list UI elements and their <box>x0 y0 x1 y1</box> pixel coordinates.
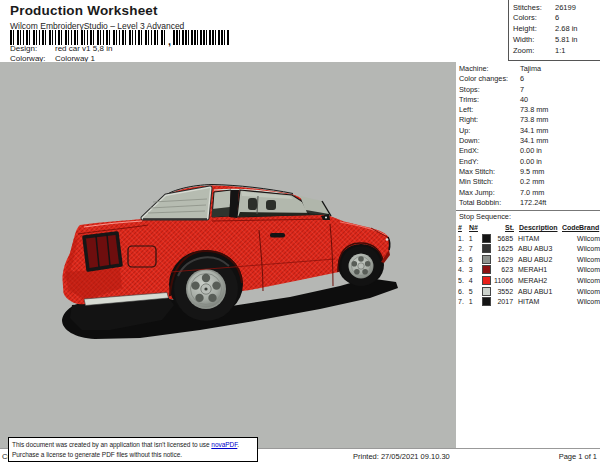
machine-info-value: 0.00 in <box>520 146 542 156</box>
machine-info-label: Down: <box>459 136 520 146</box>
design-label: Design: <box>10 44 55 53</box>
production-worksheet-page: Production Worksheet Wilcom EmbroiderySt… <box>0 0 600 464</box>
thread-color-swatch <box>482 244 491 253</box>
column-header: N# <box>469 224 482 231</box>
stat-value: 5.81 in <box>555 35 578 44</box>
machine-info-row: EndY:0.00 in <box>456 157 600 167</box>
machine-info-label: Machine: <box>459 64 520 74</box>
thread-color-swatch <box>482 297 491 306</box>
machine-info-row: Color changes:6 <box>456 74 600 84</box>
machine-info-value: 9.5 mm <box>520 167 544 177</box>
stat-label: Colors: <box>513 13 555 22</box>
design-barcode: , <box>10 30 229 45</box>
stat-label: Height: <box>513 24 555 33</box>
barcode-segment-icon <box>173 30 229 45</box>
stat-label: Zoom: <box>513 46 555 55</box>
stat-row: Width: 5.81 in <box>513 35 600 46</box>
machine-info-label: EndY: <box>459 157 520 167</box>
machine-info-row: Trims:40 <box>456 95 600 105</box>
machine-info-label: Color changes: <box>459 74 520 84</box>
machine-info-row: EndX:0.00 in <box>456 146 600 156</box>
machine-info-row: Machine:Tajima <box>456 64 600 74</box>
machine-info-row: Max Jump:7.0 mm <box>456 188 600 198</box>
thread-color-swatch <box>482 265 491 274</box>
machine-info-label: Max Stitch: <box>459 167 520 177</box>
machine-info-value: 73.8 mm <box>520 115 548 125</box>
stop-sequence-row: 2.71625ABU ABU3Wilcom <box>456 243 600 254</box>
machine-info-value: 6 <box>520 74 524 84</box>
machine-info-row: Total Bobbin:172.24ft <box>456 198 600 208</box>
column-header: Code <box>560 224 577 231</box>
machine-info-label: Total Bobbin: <box>459 198 520 208</box>
quarter-window <box>212 190 231 217</box>
stop-sequence-row: 7.12017HITAMWilcom <box>456 296 600 307</box>
machine-info-value: 34.1 mm <box>520 136 548 146</box>
stat-value: 6 <box>555 13 559 22</box>
stop-sequence-table: # N# St. Description Code Brand 1.15685H… <box>456 222 600 307</box>
novapdf-link[interactable]: novaPDF <box>211 441 237 448</box>
thread-color-swatch <box>482 276 491 285</box>
machine-info-label: Trims: <box>459 95 520 105</box>
column-header: St. <box>494 224 514 231</box>
page-title: Production Worksheet <box>10 3 158 18</box>
stat-row: Zoom: 1:1 <box>513 46 600 57</box>
page-count: Page 1 of 1 <box>559 452 597 461</box>
taillight <box>84 233 121 270</box>
design-value: red car v1 5,8 in <box>55 44 112 53</box>
design-canvas <box>0 62 456 448</box>
column-header: # <box>458 224 469 231</box>
door-handle <box>270 233 285 238</box>
rear-wheel <box>174 257 238 321</box>
machine-info-value: Tajima <box>520 64 541 74</box>
thread-color-swatch <box>482 287 491 296</box>
machine-info-label: Min Stitch: <box>459 177 520 187</box>
stop-sequence-row: 3.61629ABU ABU2Wilcom <box>456 254 600 265</box>
stat-row: Height: 2.68 in <box>513 24 600 35</box>
machine-info-label: EndX: <box>459 146 520 156</box>
stat-value: 2.68 in <box>555 24 578 33</box>
stat-row: Colors: 6 <box>513 13 600 24</box>
machine-info-label: Left: <box>459 105 520 115</box>
machine-info-label: Right: <box>459 115 520 125</box>
machine-info-label: Max Jump: <box>459 188 520 198</box>
machine-info-row: Down:34.1 mm <box>456 136 600 146</box>
stop-sequence-row: 4.3623MERAH1Wilcom <box>456 265 600 276</box>
stat-value: 1:1 <box>555 46 565 55</box>
stop-sequence-header: # N# St. Description Code Brand <box>456 222 600 233</box>
novapdf-notice: This document was created by an applicat… <box>8 437 258 462</box>
thread-color-swatch <box>482 255 491 264</box>
machine-info-row: Max Stitch:9.5 mm <box>456 167 600 177</box>
stop-sequence-row: 6.53552ABU ABU1Wilcom <box>456 286 600 297</box>
stat-label: Stitches: <box>513 3 555 12</box>
stat-value: 26199 <box>555 3 576 12</box>
printed-timestamp: Printed: 27/05/2021 09.10.30 <box>353 452 450 461</box>
barcode-segment-icon <box>10 30 166 45</box>
machine-info-value: 172.24ft <box>520 198 546 208</box>
thread-color-swatch <box>482 234 491 243</box>
machine-info-value: 40 <box>520 95 528 105</box>
machine-info-value: 0.2 mm <box>520 177 544 187</box>
machine-info-row: Min Stitch:0.2 mm <box>456 177 600 187</box>
machine-info-value: 73.8 mm <box>520 105 548 115</box>
machine-info-row: Right:73.8 mm <box>456 115 600 125</box>
machine-info-row: Stops:7 <box>456 85 600 95</box>
notice-line-1: This document was created by an applicat… <box>12 440 254 450</box>
machine-info-value: 7 <box>520 85 524 95</box>
machine-info-label: Stops: <box>459 85 520 95</box>
stat-row: Stitches: 26199 <box>513 3 600 14</box>
machine-info-row: Up:34.1 mm <box>456 126 600 136</box>
notice-line-2: Purchase a license to generate PDF files… <box>12 450 254 460</box>
front-wheel <box>341 246 381 286</box>
car-design-image <box>0 62 456 448</box>
machine-info-value: 0.00 in <box>520 157 542 167</box>
stop-sequence-row: 5.411066MERAH2Wilcom <box>456 275 600 286</box>
machine-info-row: Left:73.8 mm <box>456 105 600 115</box>
machine-info-value: 34.1 mm <box>520 126 548 136</box>
machine-info-panel: Machine:Tajima Color changes:6 Stops:7 T… <box>456 62 600 448</box>
design-row: Design: red car v1 5,8 in <box>10 44 112 53</box>
stat-label: Width: <box>513 35 555 44</box>
design-stats-box: Stitches: 26199 Colors: 6 Height: 2.68 i… <box>508 0 600 61</box>
column-header: Description <box>514 224 560 231</box>
stop-sequence-row: 1.15685HITAMWilcom <box>456 233 600 244</box>
machine-info-value: 7.0 mm <box>520 188 544 198</box>
